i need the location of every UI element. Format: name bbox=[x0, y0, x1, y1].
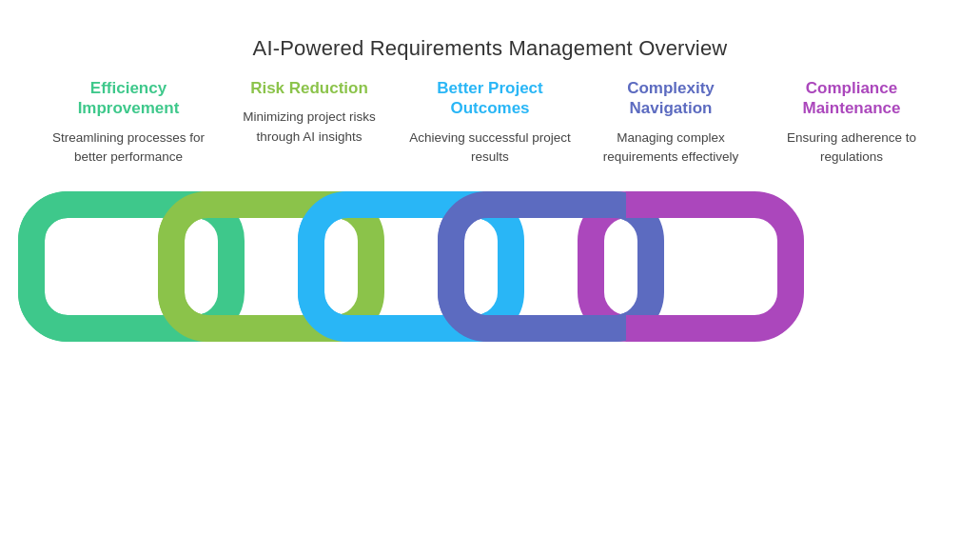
col-title-complexity: Complexity Navigation bbox=[588, 78, 754, 119]
chain-svg bbox=[14, 176, 966, 386]
svg-rect-4 bbox=[591, 205, 791, 328]
svg-rect-10 bbox=[311, 205, 511, 328]
col-desc-risk: Minimizing project risks through AI insi… bbox=[226, 108, 392, 147]
page-title: AI-Powered Requirements Management Overv… bbox=[253, 36, 728, 61]
svg-rect-8 bbox=[171, 205, 371, 328]
svg-rect-6 bbox=[31, 205, 231, 328]
col-desc-compliance: Ensuring adherence to regulations bbox=[769, 129, 934, 168]
svg-rect-2 bbox=[311, 205, 511, 328]
svg-rect-1 bbox=[171, 205, 371, 328]
col-desc-efficiency: Streamlining processes for better perfor… bbox=[46, 129, 211, 168]
col-title-risk: Risk Reduction bbox=[226, 78, 392, 98]
col-title-efficiency: Efficiency Improvement bbox=[46, 78, 211, 119]
col-title-compliance: Compliance Maintenance bbox=[769, 78, 934, 119]
chain-link-1 bbox=[31, 205, 231, 328]
svg-rect-0 bbox=[31, 205, 231, 328]
chain-link-4 bbox=[451, 205, 651, 328]
svg-rect-12 bbox=[451, 205, 651, 328]
col-risk: Risk Reduction Minimizing project risks … bbox=[219, 78, 400, 147]
chain-link-2 bbox=[171, 205, 371, 328]
col-desc-complexity: Managing complex requirements effectivel… bbox=[588, 129, 754, 168]
col-complexity: Complexity Navigation Managing complex r… bbox=[580, 78, 761, 167]
chain-link-5 bbox=[591, 205, 791, 328]
chain-link-3 bbox=[311, 205, 511, 328]
svg-rect-3 bbox=[451, 205, 651, 328]
col-outcomes: Better Project Outcomes Achieving succes… bbox=[400, 78, 580, 167]
col-compliance: Compliance Maintenance Ensuring adherenc… bbox=[761, 78, 942, 167]
columns-container: Efficiency Improvement Streamlining proc… bbox=[33, 78, 947, 167]
chain-container bbox=[14, 176, 966, 386]
col-desc-outcomes: Achieving successful project results bbox=[407, 129, 573, 168]
col-efficiency: Efficiency Improvement Streamlining proc… bbox=[38, 78, 219, 167]
col-title-outcomes: Better Project Outcomes bbox=[407, 78, 573, 119]
